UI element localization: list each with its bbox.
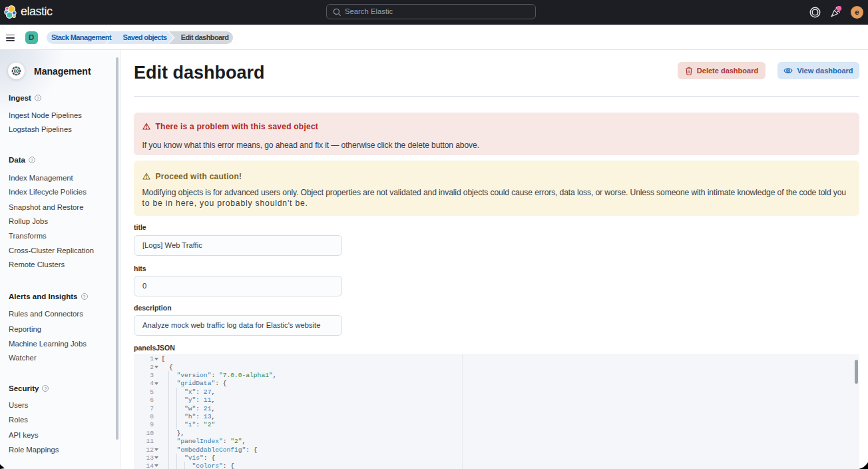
svg-text:Saved objects: Saved objects [122,33,167,41]
svg-text:Edit dashboard: Edit dashboard [181,33,229,41]
svg-text:Stack Management: Stack Management [51,33,112,41]
